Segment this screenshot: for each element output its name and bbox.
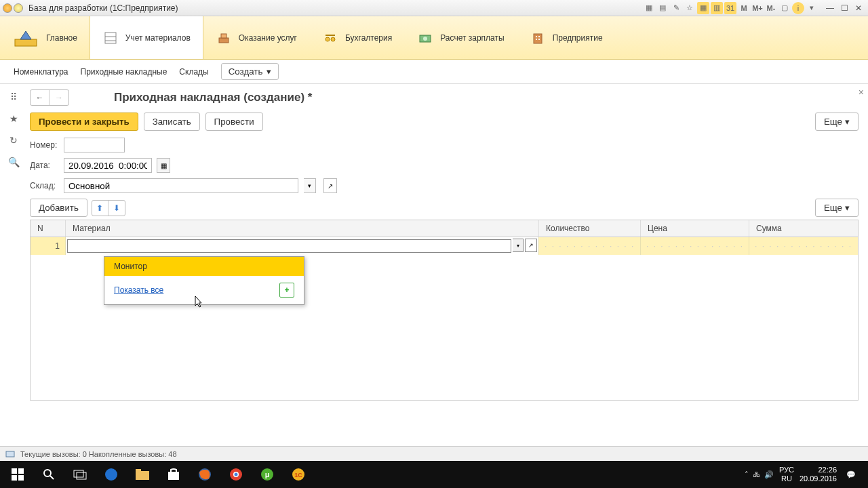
notifications-icon[interactable]: 💬 — [842, 470, 860, 479]
tab-accounting-label: Бухгалтерия — [345, 33, 392, 43]
show-all-link[interactable]: Показать все — [114, 285, 163, 295]
clock-time: 22:26 — [800, 466, 837, 474]
tool-icon-6[interactable]: ▥ — [711, 2, 723, 14]
info-icon[interactable]: i — [792, 2, 804, 14]
material-open-icon[interactable]: ↗ — [525, 239, 537, 252]
tab-payroll[interactable]: Расчет зарплаты — [405, 16, 517, 59]
app-icon-yellow[interactable] — [14, 3, 23, 13]
app-menu-icons[interactable] — [3, 3, 23, 13]
grid-icon[interactable]: ⠿ — [7, 91, 20, 103]
panel-close-icon[interactable]: × — [859, 87, 864, 98]
svg-rect-21 — [18, 475, 24, 481]
forward-button[interactable]: → — [50, 90, 68, 105]
more-button[interactable]: Еще ▾ — [815, 113, 859, 131]
minimize-button[interactable]: — — [823, 3, 837, 14]
tab-company[interactable]: Предприятие — [517, 16, 616, 59]
lang-1: РУС — [779, 466, 794, 474]
1c-icon[interactable]: 1C — [283, 461, 313, 488]
tray-volume-icon[interactable]: 🔊 — [764, 470, 774, 479]
star-icon[interactable]: ★ — [7, 113, 20, 125]
add-new-icon[interactable]: + — [279, 283, 294, 298]
maximize-button[interactable]: ☐ — [837, 3, 851, 14]
create-button[interactable]: Создать ▾ — [221, 63, 279, 80]
col-qty[interactable]: Количество — [539, 220, 641, 237]
post-and-close-button[interactable]: Провести и закрыть — [30, 113, 138, 131]
tool-icon-2[interactable]: ▤ — [656, 2, 669, 14]
svg-rect-12 — [534, 34, 542, 43]
move-down-icon[interactable]: ⬇ — [108, 201, 125, 216]
table-row[interactable]: 1 ▾ ↗ Монитор Показать все + — [31, 237, 858, 255]
m-plus-icon[interactable]: M+ — [751, 2, 764, 14]
firefox-icon[interactable] — [190, 461, 220, 488]
system-tray[interactable]: ˄ 🖧 🔊 — [745, 470, 774, 479]
tab-main[interactable]: Главное — [0, 16, 90, 59]
subnav-nomenclature[interactable]: Номенклатура — [14, 67, 68, 77]
sklad-dropdown-icon[interactable]: ▾ — [304, 178, 316, 193]
col-price[interactable]: Цена — [641, 220, 749, 237]
utorrent-icon[interactable]: μ — [252, 461, 282, 488]
more-label: Еще — [824, 117, 842, 127]
edge-icon[interactable] — [96, 461, 126, 488]
tab-services[interactable]: Оказание услуг — [203, 16, 310, 59]
main-panel: × ← → Приходная накладная (создание) * П… — [27, 84, 868, 446]
tab-materials[interactable]: Учет материалов — [90, 16, 203, 59]
tray-chevron-icon[interactable]: ˄ — [745, 470, 749, 479]
payroll-icon — [417, 30, 433, 46]
tool-icon-4[interactable]: ☆ — [684, 2, 696, 14]
app-icon-orange[interactable] — [3, 3, 12, 13]
subnav-receipts[interactable]: Приходные накладные — [81, 67, 167, 77]
svg-rect-13 — [536, 36, 537, 37]
save-button[interactable]: Записать — [144, 113, 200, 131]
taskbar-clock[interactable]: 22:26 20.09.2016 — [800, 466, 837, 483]
m-minus-icon[interactable]: M- — [765, 2, 777, 14]
tab-accounting[interactable]: Бухгалтерия — [310, 16, 405, 59]
post-button[interactable]: Провести — [205, 113, 263, 131]
cell-price[interactable]: · · · · · · · · · · · · · · · · · · · · … — [641, 237, 749, 255]
close-button[interactable]: ✕ — [852, 3, 865, 14]
chrome-icon[interactable] — [221, 461, 251, 488]
search-icon[interactable]: 🔍 — [7, 156, 20, 168]
tool-icon-7[interactable]: 31 — [724, 2, 736, 14]
store-icon[interactable] — [159, 461, 189, 488]
start-button[interactable] — [3, 461, 33, 488]
tool-icon-5[interactable]: ▦ — [697, 2, 709, 14]
create-label: Создать — [229, 66, 263, 77]
main-tab-bar: Главное Учет материалов Оказание услуг Б… — [0, 16, 868, 60]
taskview-icon[interactable] — [65, 461, 95, 488]
m-icon[interactable]: M — [738, 2, 750, 14]
cell-sum[interactable]: · · · · · · · · · · · · · · · · · · · · … — [749, 237, 858, 255]
col-material[interactable]: Материал — [66, 220, 539, 237]
explorer-icon[interactable] — [127, 461, 157, 488]
number-input[interactable] — [64, 138, 125, 152]
status-bar: Текущие вызовы: 0 Накопленные вызовы: 48 — [0, 446, 868, 461]
tool-icon-3[interactable]: ✎ — [670, 2, 682, 14]
search-taskbar-icon[interactable] — [34, 461, 64, 488]
col-sum[interactable]: Сумма — [749, 220, 858, 237]
dropdown-item-monitor[interactable]: Монитор — [104, 257, 304, 276]
language-indicator[interactable]: РУС RU — [779, 466, 794, 483]
dropdown-icon[interactable]: ▾ — [806, 2, 818, 14]
svg-text:1C: 1C — [294, 472, 302, 479]
svg-point-11 — [423, 37, 427, 41]
svg-rect-6 — [221, 34, 226, 38]
sklad-open-icon[interactable]: ↗ — [323, 178, 337, 193]
add-row-button[interactable]: Добавить — [30, 199, 87, 217]
tab-payroll-label: Расчет зарплаты — [440, 33, 504, 43]
calendar-icon[interactable]: ▦ — [157, 158, 170, 173]
table-more-button[interactable]: Еще ▾ — [815, 199, 859, 217]
history-icon[interactable]: ↻ — [7, 134, 20, 146]
move-up-icon[interactable]: ⬆ — [92, 201, 108, 216]
col-n[interactable]: N — [31, 220, 66, 237]
tray-network-icon[interactable]: 🖧 — [753, 470, 760, 479]
chevron-down-icon: ▾ — [845, 117, 850, 127]
cell-material[interactable]: ▾ ↗ Монитор Показать все + — [66, 237, 539, 255]
subnav-warehouses[interactable]: Склады — [179, 67, 208, 77]
sklad-input[interactable] — [64, 178, 298, 193]
window-icon[interactable]: ▢ — [778, 2, 791, 14]
tool-icon-1[interactable]: ▦ — [643, 2, 655, 14]
material-input[interactable] — [67, 239, 511, 253]
material-dropdown-icon[interactable]: ▾ — [513, 239, 524, 252]
cell-qty[interactable]: · · · · · · · · · · · · · · · · · · · · … — [539, 237, 641, 255]
back-button[interactable]: ← — [31, 90, 50, 105]
date-input[interactable] — [64, 158, 152, 173]
